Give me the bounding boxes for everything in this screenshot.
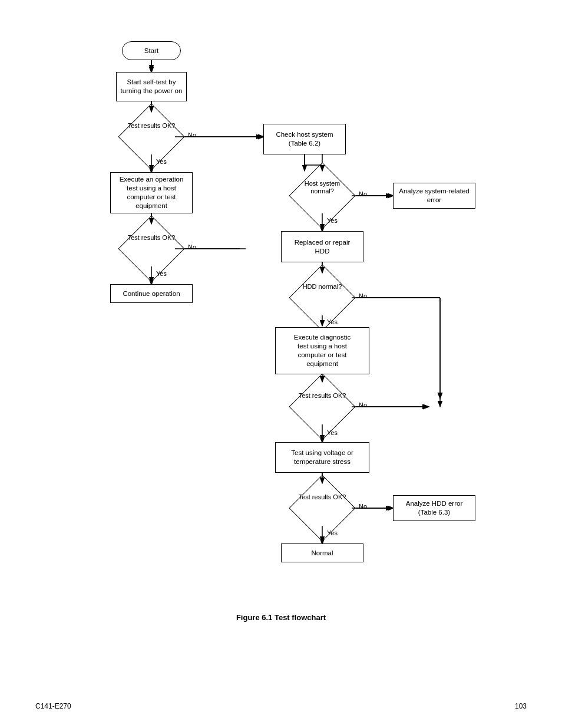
analyze-system-node: Analyze system-relatederror <box>393 183 475 209</box>
no-label-1: No <box>188 131 196 139</box>
yes-label-4: Yes <box>327 529 338 536</box>
check-host-system-node: Check host system(Table 6.2) <box>263 124 346 154</box>
host-system-normal-node: Host systemnormal? <box>293 178 352 213</box>
replaced-repair-node: Replaced or repairHDD <box>281 231 363 262</box>
page: Start Start self-test byturning the powe… <box>0 0 562 728</box>
no-label-4: No <box>359 503 367 510</box>
test-voltage-node: Test using voltage ortemperature stress <box>275 442 369 473</box>
no-label-hdd: No <box>359 292 367 299</box>
footer-right: 103 <box>515 702 527 710</box>
no-label-2: No <box>188 243 196 251</box>
figure-caption: Figure 6.1 Test flowchart <box>35 613 527 622</box>
no-label-host: No <box>359 190 367 197</box>
hdd-normal-node: HDD normal? <box>293 280 352 315</box>
yes-label-hdd: Yes <box>327 318 338 325</box>
test-results-2-node: Test results OK? <box>122 231 181 266</box>
normal-node: Normal <box>281 543 363 562</box>
flowchart: Start Start self-test byturning the powe… <box>39 24 523 601</box>
yes-label-3: Yes <box>327 429 338 436</box>
test-results-1-node: Test results OK? <box>122 119 181 154</box>
test-results-4-node: Test results OK? <box>293 490 352 526</box>
start-self-test-node: Start self-test byturning the power on <box>116 72 187 101</box>
yes-label-1: Yes <box>156 158 167 165</box>
start-node: Start <box>122 41 181 60</box>
test-results-3-node: Test results OK? <box>293 389 352 424</box>
footer-left: C141-E270 <box>35 702 71 710</box>
no-label-3: No <box>359 401 367 409</box>
yes-label-2: Yes <box>156 270 167 277</box>
analyze-hdd-node: Analyze HDD error(Table 6.3) <box>393 495 475 521</box>
yes-label-host: Yes <box>327 217 338 224</box>
execute-diagnostic-node: Execute diagnostictest using a hostcompu… <box>275 327 369 374</box>
execute-operation-node: Execute an operationtest using a hostcom… <box>110 172 193 213</box>
continue-operation-node: Continue operation <box>110 284 193 303</box>
